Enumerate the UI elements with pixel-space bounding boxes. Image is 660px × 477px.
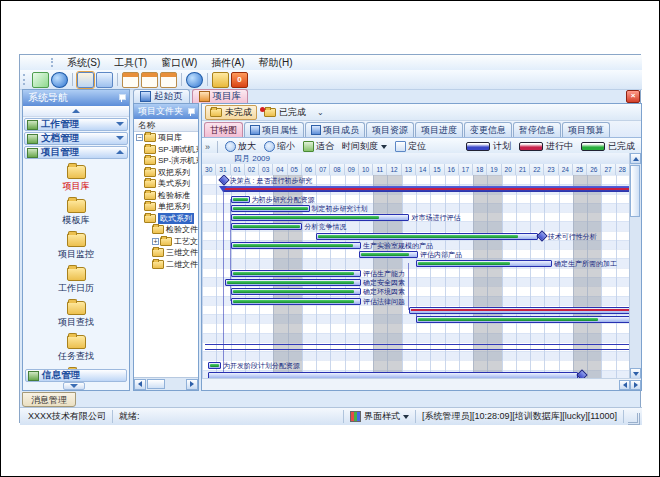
tree-node-项目库[interactable]: −项目库 [134,132,198,144]
tree-node-三维文件[interactable]: 三维文件 [134,247,198,259]
report-icon[interactable] [141,72,158,88]
doc-tab-项目库[interactable]: 项目库 [192,89,249,103]
day-18: 18 [473,164,487,175]
gantt-tab-label: 项目进度 [421,124,457,137]
scroll-thumb[interactable] [147,379,165,389]
group-label: 信息管理 [42,369,80,382]
toolbar-grip[interactable] [23,74,28,85]
menu-grip[interactable] [51,58,56,67]
filter-未完成[interactable]: 未完成 [205,105,257,120]
tool-定位[interactable]: 定位 [391,139,430,154]
scroll-left-button[interactable] [619,380,630,390]
scroll-right-button[interactable] [630,380,641,390]
day-07: 07 [316,164,330,175]
tree-node-检验标准[interactable]: 检验标准 [134,190,198,202]
gantt-tab-label: 暂停信息 [519,124,555,137]
sidebar-group-文档管理[interactable]: 文档管理 [24,132,128,145]
close-tab-button[interactable]: × [626,90,640,103]
expander-icon[interactable]: − [136,134,143,141]
gantt-tab-label: 项目成员 [323,124,359,137]
window-cascade-icon[interactable] [77,72,94,88]
pin-icon[interactable] [187,108,194,116]
database-icon [199,91,210,102]
sidebar-item-任务查找[interactable]: 任务查找 [23,335,129,363]
tool-label: 时间刻度 [342,140,378,153]
gantt-tab-项目预算[interactable]: 项目预算 [562,122,610,137]
doc-tab-起始页[interactable]: 起始页 [133,89,190,103]
tree-node-二维文件[interactable]: 二维文件 [134,259,198,271]
gantt-tab-甘特图[interactable]: 甘特图 [204,122,243,137]
gantt-tab-项目资源[interactable]: 项目资源 [366,122,414,137]
ui-style-button[interactable]: 界面样式 [343,410,416,423]
menu-item[interactable]: 系统(S) [60,55,107,71]
tree-horizontal-scrollbar[interactable] [134,377,198,390]
plan-icon[interactable] [160,72,177,88]
sidebar-collapse-button[interactable] [23,106,129,117]
tree-node-美式系列[interactable]: 美式系列 [134,178,198,190]
filter-已完成[interactable]: 已完成 [260,106,310,119]
gantt-tab-项目属性[interactable]: 项目属性 [244,122,304,137]
tree-node-双把系列[interactable]: 双把系列 [134,167,198,179]
tree-node-单把系列[interactable]: 单把系列 [134,201,198,213]
menu-item[interactable]: 工具(T) [107,55,154,71]
exit-icon[interactable]: 0 [231,72,248,88]
schedule-icon[interactable] [122,72,139,88]
sidebar-item-项目查找[interactable]: 项目查找 [23,301,129,329]
window-tile-icon[interactable] [96,72,113,88]
tree-node-SP-演示机系列[interactable]: SP-演示机系列 [134,155,198,167]
gantt-tab-项目成员[interactable]: 项目成员 [305,122,365,137]
tool-放大[interactable]: 放大 [221,139,260,154]
sidebar-item-模板库[interactable]: 模板库 [23,199,129,227]
lock-icon[interactable] [212,72,229,88]
task-bar [231,270,361,277]
sidebar-item-工作日历[interactable]: 工作日历 [23,267,129,295]
sidebar-group-工作管理[interactable]: 工作管理 [24,118,128,131]
message-management-tab[interactable]: 消息管理 [22,392,76,407]
progress-green [418,318,598,321]
globe-icon[interactable] [51,72,68,88]
menu-item[interactable]: 帮助(H) [252,55,300,71]
tree-node-欧式系列[interactable]: 欧式系列 [134,213,198,225]
sidebar-scroll-down-button[interactable] [63,382,85,390]
task-bar [225,279,361,286]
gantt-tab-变更信息[interactable]: 变更信息 [464,122,512,137]
scroll-up-button[interactable] [630,153,641,164]
sidebar-group-信息管理[interactable]: 信息管理 [25,369,127,382]
scroll-thumb[interactable] [630,165,640,217]
scroll-right-button[interactable] [186,379,198,390]
tree-node-SP-调试机系列[interactable]: SP-调试机系列 [134,144,198,156]
tree-node-label: 双把系列 [158,167,190,178]
menu-item[interactable]: 窗口(W) [154,55,204,71]
chevron-up-icon [72,109,80,113]
task-label: 确定生产所需的加工 [554,260,617,267]
chart-vertical-scrollbar[interactable] [629,153,641,379]
tool-label: 放大 [238,140,256,153]
expander-icon[interactable]: + [152,238,159,245]
sidebar-item-项目库[interactable]: 项目库 [23,165,129,193]
gantt-tab-项目进度[interactable]: 项目进度 [415,122,463,137]
tool-时间刻度[interactable]: 时间刻度 [338,139,391,154]
project-folder-panel: 项目文件夹 名称 −项目库SP-调试机系列SP-演示机系列双把系列美式系列检验标… [133,103,199,391]
tool-label: 定位 [408,140,426,153]
tree-column-header[interactable]: 名称 [134,119,198,132]
task-label: 评估法律问题 [363,298,405,305]
resize-grip[interactable] [628,413,640,425]
arrow-up-icon [633,157,639,161]
progress-green [318,235,518,238]
sidebar-group-项目管理[interactable]: 项目管理 [24,146,128,159]
network-icon[interactable] [32,72,49,88]
help-globe-icon[interactable] [186,72,203,88]
menu-item[interactable]: 插件(A) [204,55,251,71]
sidebar-bottom-group: 信息管理 [24,368,128,382]
tree-node-检验文件[interactable]: 检验文件 [134,224,198,236]
scroll-left-button[interactable] [134,379,146,390]
menu-items: 系统(S)工具(T)窗口(W)插件(A)帮助(H) [60,55,299,71]
pin-icon[interactable] [118,94,125,102]
tool-适合[interactable]: 适合 [299,139,338,154]
more-filters-button[interactable]: ⌄ [317,108,324,117]
gantt-tab-暂停信息[interactable]: 暂停信息 [513,122,561,137]
tree-node-工艺文件[interactable]: +工艺文件 [134,236,198,248]
tool-缩小[interactable]: 缩小 [260,139,299,154]
sidebar-item-项目监控[interactable]: 项目监控 [23,233,129,261]
toolbar-overflow-button[interactable]: » [205,142,210,152]
